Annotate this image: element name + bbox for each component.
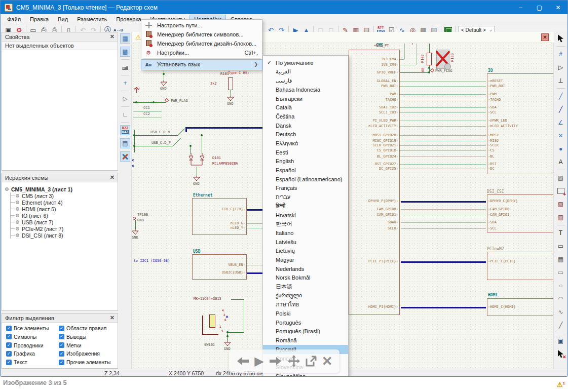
highlight-net-icon[interactable]: # bbox=[556, 49, 566, 59]
design-block-icon[interactable]: ▥ bbox=[556, 212, 566, 222]
table-icon[interactable]: ▦ bbox=[556, 254, 566, 264]
wire-icon[interactable]: ╱ bbox=[556, 91, 566, 101]
hierarchy-item[interactable]: PCIe-M2 (лист 7) bbox=[11, 225, 116, 232]
language-item[interactable]: Български bbox=[263, 94, 348, 103]
filter-Символы[interactable]: ✓Символы bbox=[6, 334, 59, 340]
menu-item-preferences[interactable]: ⚙Настройки...Ctrl+, bbox=[141, 48, 262, 57]
circle-icon[interactable]: ○ bbox=[556, 281, 566, 291]
menu-item-symbol-libraries[interactable]: Менеджер библиотек символов... bbox=[141, 30, 262, 39]
close-button[interactable]: ✕ bbox=[549, 1, 567, 14]
checkbox-checked-icon[interactable]: ✓ bbox=[6, 334, 12, 339]
language-item[interactable]: العربية bbox=[263, 67, 348, 76]
rectangle-icon[interactable]: ▭ bbox=[556, 267, 566, 278]
language-item[interactable]: ქართული bbox=[263, 291, 348, 300]
language-item[interactable]: Español (Latinoamericano) bbox=[263, 175, 348, 184]
menu-Разместить[interactable]: Разместить bbox=[72, 15, 111, 24]
hierarchy-item[interactable]: DSI_CSI (лист 8) bbox=[11, 232, 116, 239]
line-icon[interactable]: ╱ bbox=[556, 320, 566, 330]
checkbox-checked-icon[interactable]: ✓ bbox=[6, 351, 12, 357]
language-item[interactable]: Lietuvių bbox=[263, 246, 348, 255]
checkbox-checked-icon[interactable]: ✓ bbox=[6, 342, 12, 348]
junction-icon[interactable]: ● bbox=[556, 144, 566, 154]
checkbox-checked-icon[interactable]: ✓ bbox=[6, 360, 12, 365]
infobar-close-icon[interactable]: ✕ bbox=[541, 33, 549, 41]
menu-item-design-block-libraries[interactable]: Менеджер библиотек дизайн-блоков... bbox=[141, 39, 262, 48]
filter-Графика[interactable]: ✓Графика bbox=[6, 350, 59, 357]
language-item[interactable]: Ελληνικά bbox=[263, 139, 348, 148]
language-item[interactable]: Español bbox=[263, 166, 348, 175]
no-connect-icon[interactable]: ✕ bbox=[556, 131, 566, 141]
language-item[interactable]: Português bbox=[263, 318, 348, 327]
checkbox-checked-icon[interactable]: ✓ bbox=[6, 326, 12, 331]
minimize-button[interactable]: – bbox=[511, 1, 530, 14]
grid-visibility-icon[interactable]: ▦ bbox=[120, 33, 130, 44]
language-item[interactable]: Hrvatski bbox=[263, 211, 348, 220]
menu-item-configure-paths[interactable]: Настроить пути... bbox=[141, 21, 262, 30]
delete-icon[interactable]: ✕ bbox=[556, 349, 566, 359]
hierarchy-item[interactable]: Ethernet (лист 4) bbox=[11, 199, 116, 206]
filter-Изображения[interactable]: ✓Изображения bbox=[59, 350, 118, 357]
hierarchy-item[interactable]: IO (лист 6) bbox=[11, 212, 116, 219]
text-icon[interactable]: T bbox=[556, 228, 566, 238]
language-item[interactable]: Deutsch bbox=[263, 130, 348, 139]
move-icon[interactable] bbox=[287, 355, 300, 368]
filter-Прочие элементы[interactable]: ✓Прочие элементы bbox=[59, 359, 118, 365]
language-item[interactable]: Čeština bbox=[263, 112, 348, 121]
language-item[interactable]: ✓По умолчанию bbox=[263, 58, 348, 67]
close-icon[interactable]: ✕ bbox=[110, 33, 115, 40]
checkbox-checked-icon[interactable]: ✓ bbox=[59, 326, 64, 331]
language-item[interactable]: Nederlands bbox=[263, 264, 348, 273]
hierarchy-navigator-icon[interactable]: ▤ bbox=[120, 138, 130, 148]
language-item[interactable]: Latviešu bbox=[263, 238, 348, 247]
sheet-CM5[interactable] bbox=[349, 50, 400, 315]
annotation-refs-icon[interactable]: R22R42 bbox=[120, 125, 130, 135]
language-item[interactable]: Română bbox=[263, 336, 348, 345]
open-external-icon[interactable] bbox=[305, 355, 317, 367]
language-item[interactable]: Dansk bbox=[263, 121, 348, 130]
play-icon[interactable]: ▶ bbox=[254, 356, 263, 367]
language-item[interactable]: Italiano bbox=[263, 228, 348, 238]
language-item[interactable]: فارسی bbox=[263, 76, 348, 85]
properties-panel-icon[interactable] bbox=[120, 151, 130, 162]
close-icon[interactable]: ✕ bbox=[110, 174, 115, 181]
menu-item-set-language[interactable]: AяУстановить язык❯ bbox=[141, 60, 262, 69]
language-item[interactable]: Bahasa Indonesia bbox=[263, 85, 348, 94]
language-item[interactable]: Français bbox=[263, 184, 348, 193]
image-icon[interactable]: ▣ bbox=[556, 336, 566, 346]
checkbox-checked-icon[interactable]: ✓ bbox=[59, 342, 64, 348]
filter-Все элементы[interactable]: ✓Все элементы bbox=[6, 325, 59, 331]
hierarchy-item[interactable]: HDMI (лист 5) bbox=[11, 206, 116, 212]
language-item[interactable]: Polski bbox=[263, 309, 348, 318]
filter-Проводники[interactable]: ✓Проводники bbox=[6, 342, 59, 348]
language-item[interactable]: Català bbox=[263, 103, 348, 112]
filter-Области правил[interactable]: ✓Области правил bbox=[59, 325, 118, 331]
language-item[interactable]: Norsk Bokmål bbox=[263, 273, 348, 283]
language-item[interactable]: 한국어 bbox=[263, 219, 348, 228]
prev-image-icon[interactable] bbox=[236, 356, 250, 367]
checkbox-checked-icon[interactable]: ✓ bbox=[59, 360, 64, 365]
filter-Выводы[interactable]: ✓Выводы bbox=[59, 334, 118, 340]
next-image-icon[interactable] bbox=[269, 356, 283, 367]
place-symbol-icon[interactable]: ▷ bbox=[556, 62, 566, 72]
filter-Текст[interactable]: ✓Текст bbox=[6, 359, 59, 365]
language-item[interactable]: हिन्दी bbox=[263, 202, 348, 211]
cursor-shape-icon[interactable]: + bbox=[120, 78, 130, 88]
language-item[interactable]: ภาษาไทย bbox=[263, 300, 348, 309]
close-overlay-icon[interactable]: ✕ bbox=[322, 355, 333, 368]
menu-Файл[interactable]: Файл bbox=[3, 15, 25, 24]
bus-entry-icon[interactable]: ∠ bbox=[556, 117, 566, 128]
hierarchy-item[interactable]: CM5 (лист 3) bbox=[11, 192, 116, 199]
language-item[interactable]: English bbox=[263, 157, 348, 166]
filter-Метки[interactable]: ✓Метки bbox=[59, 342, 118, 348]
sheet-icon[interactable] bbox=[556, 186, 566, 196]
language-item[interactable]: עברית bbox=[263, 192, 348, 202]
place-power-icon[interactable]: ⊥ bbox=[556, 75, 566, 86]
hierarchy-root[interactable]: CM5_MINIMA_3 (лист 1) bbox=[5, 186, 116, 192]
checkbox-checked-icon[interactable]: ✓ bbox=[59, 351, 64, 357]
arc-icon[interactable]: ◠ bbox=[556, 294, 566, 304]
sheet-USB[interactable] bbox=[192, 254, 247, 280]
menu-Правка[interactable]: Правка bbox=[25, 15, 53, 24]
maximize-button[interactable]: ▢ bbox=[530, 1, 549, 14]
net-label-icon[interactable]: A bbox=[556, 157, 566, 167]
language-item[interactable]: 日本語 bbox=[263, 282, 348, 291]
